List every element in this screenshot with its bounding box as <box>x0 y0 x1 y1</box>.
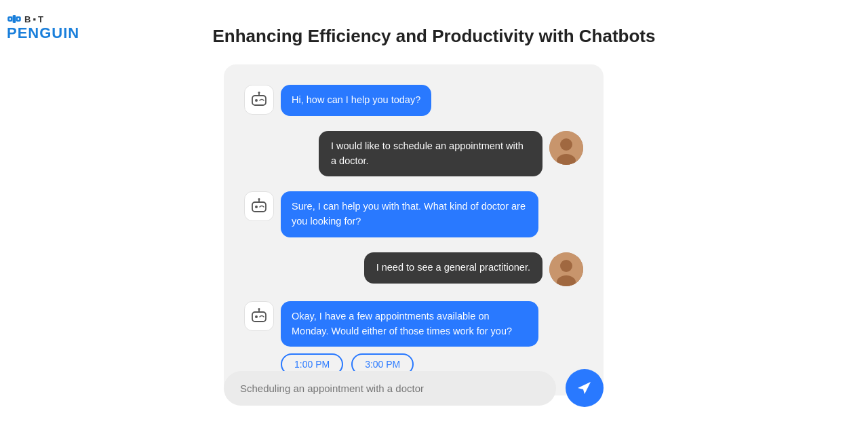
logo-bot-text: B▪T <box>24 14 45 24</box>
bot-bubble-1: Hi, how can I help you today? <box>281 85 431 116</box>
bot-face-icon <box>250 91 268 109</box>
send-icon <box>576 380 593 396</box>
logo-top: B▪T <box>7 13 45 25</box>
bot-message-3-content: Okay, I have a few appointments availabl… <box>281 301 538 376</box>
svg-point-20 <box>255 315 258 318</box>
chat-input[interactable] <box>224 371 556 406</box>
user-bubble-2: I need to see a general practitioner. <box>364 252 542 284</box>
bot-face-icon-2 <box>250 197 268 215</box>
svg-point-6 <box>255 99 258 102</box>
svg-point-3 <box>9 18 11 20</box>
svg-point-13 <box>255 206 258 208</box>
bot-avatar-1 <box>244 85 274 115</box>
chat-container: Hi, how can I help you today? I would li… <box>224 64 604 395</box>
chat-row-user-2: I need to see a general practitioner. <box>244 252 583 286</box>
chat-row-bot-1: Hi, how can I help you today? <box>244 85 583 116</box>
user-face-icon-2 <box>549 252 583 286</box>
chat-row-user-1: I would like to schedule an appointment … <box>244 131 583 177</box>
user-face-icon-1 <box>549 131 583 165</box>
svg-point-8 <box>258 92 260 94</box>
svg-point-22 <box>258 308 260 310</box>
svg-point-15 <box>258 198 260 200</box>
svg-point-10 <box>560 138 572 151</box>
bot-message-2-content: Sure, I can help you with that. What kin… <box>281 191 538 237</box>
user-avatar-1 <box>549 131 583 165</box>
chat-row-bot-3: Okay, I have a few appointments availabl… <box>244 301 583 376</box>
svg-point-4 <box>18 18 19 20</box>
bot-bubble-2: Sure, I can help you with that. What kin… <box>281 191 538 237</box>
user-avatar-2 <box>549 252 583 286</box>
chat-row-bot-2: Sure, I can help you with that. What kin… <box>244 191 583 237</box>
svg-rect-2 <box>13 15 16 23</box>
user-bubble-1: I would like to schedule an appointment … <box>319 131 542 177</box>
chat-input-area <box>224 369 604 407</box>
bot-bubble-3: Okay, I have a few appointments availabl… <box>281 301 538 347</box>
bot-message-1-content: Hi, how can I help you today? <box>281 85 431 116</box>
bot-face-icon-3 <box>250 307 268 325</box>
bot-logo-icon <box>7 13 22 25</box>
bot-avatar-3 <box>244 301 274 331</box>
svg-point-17 <box>560 260 572 272</box>
page-title: Enhancing Efficiency and Productivity wi… <box>0 26 868 47</box>
send-button[interactable] <box>566 369 604 407</box>
bot-avatar-2 <box>244 191 274 221</box>
